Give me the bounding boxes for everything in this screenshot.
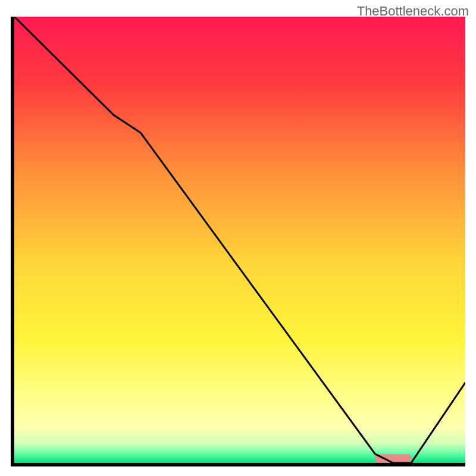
plot-area <box>14 17 465 463</box>
watermark-label: TheBottleneck.com <box>357 4 469 19</box>
optimal-marker <box>375 455 411 463</box>
chart-frame <box>11 17 465 466</box>
chart-svg <box>14 17 465 463</box>
